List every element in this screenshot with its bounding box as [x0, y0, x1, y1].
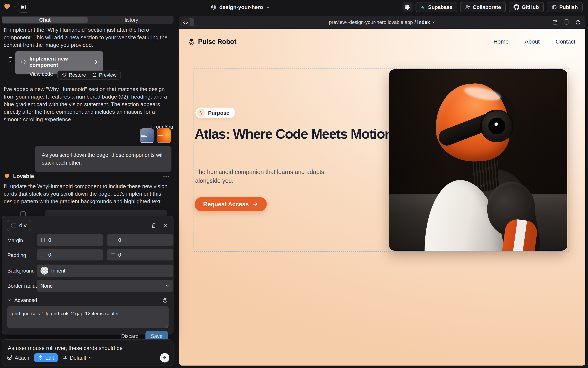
margin-label: Margin: [7, 238, 23, 243]
request-access-button[interactable]: Request Access: [195, 197, 267, 212]
attachment-thumbnail-blue[interactable]: [140, 129, 154, 143]
chevron-right-icon: [95, 60, 98, 64]
send-message-button[interactable]: [160, 353, 169, 362]
topbar-actions: Supabase Collaborate Git: [402, 2, 583, 12]
border-radius-select[interactable]: None: [37, 280, 173, 292]
code-icon: [20, 59, 26, 64]
tailwind-classes-textarea[interactable]: grid grid-cols-1 lg:grid-cols-2 gap-12 i…: [7, 306, 169, 328]
preview-topbar: preview--design-your-hero.lovable.app / …: [179, 16, 585, 29]
chevron-down-icon: [88, 356, 92, 360]
transparency-swatch-icon: [40, 267, 48, 275]
thumbnail-text-lines: [158, 135, 164, 136]
settings-button[interactable]: [402, 2, 413, 12]
publish-button[interactable]: Publish: [547, 2, 583, 12]
sidebar-toggle-button[interactable]: [18, 2, 29, 13]
github-button[interactable]: GitHub: [509, 2, 544, 12]
advanced-label: Advanced: [14, 297, 37, 303]
tab-chat[interactable]: Chat: [2, 17, 87, 23]
hero-title: Atlas: Where Code Meets Motion: [195, 125, 395, 143]
border-radius-label: Border radius: [7, 283, 38, 289]
robot-camera-eye: [482, 111, 512, 141]
margin-y-icon: [111, 238, 115, 242]
project-selector[interactable]: design-your-hero: [211, 2, 270, 12]
nav-link-home[interactable]: Home: [493, 38, 509, 45]
user-message-bubble: As you scroll down the page, these compo…: [35, 146, 171, 172]
collaborate-button[interactable]: Collaborate: [460, 2, 506, 12]
site-page: Pulse Robot Home About Contact Purpose A…: [179, 29, 585, 366]
model-mode-selector[interactable]: Default: [63, 355, 92, 361]
app-topbar: design-your-hero Supabase: [0, 0, 588, 14]
chat-panel: Chat History I'll implement the "Why Hum…: [2, 16, 173, 366]
chat-history-tabs: Chat History: [2, 16, 173, 24]
attachment-thumbnail-orange[interactable]: [157, 129, 171, 143]
layers-icon: [187, 38, 195, 46]
edit-mode-button[interactable]: Edit: [34, 353, 58, 362]
preview-url: preview--design-your-hero.lovable.app: [329, 19, 413, 25]
background-input[interactable]: Inherit: [37, 265, 173, 277]
padding-x-icon: [40, 252, 45, 257]
sliders-icon: [63, 355, 68, 360]
margin-x-icon: [40, 238, 45, 242]
padding-label: Padding: [7, 252, 26, 258]
hero-subtitle: The humanoid companion that learns and a…: [195, 168, 328, 185]
attach-button[interactable]: Attach: [7, 355, 29, 361]
project-name: design-your-hero: [219, 4, 263, 10]
assistant-message: I'll implement the "Why Humanoid" sectio…: [4, 26, 171, 49]
tab-history[interactable]: History: [87, 17, 173, 23]
close-inspector-button[interactable]: [163, 223, 168, 228]
preview-button[interactable]: Preview: [92, 72, 116, 78]
bookmark-icon[interactable]: [8, 57, 13, 63]
padding-y-input[interactable]: 0: [107, 249, 173, 260]
lovable-heart-icon: [4, 173, 10, 180]
site-brand[interactable]: Pulse Robot: [187, 38, 236, 46]
site-header: Pulse Robot Home About Contact: [187, 36, 575, 47]
arrow-right-icon: [252, 202, 258, 207]
chevron-down-icon: [13, 5, 16, 8]
restore-preview-toolbar: Restore Preview: [57, 71, 121, 80]
padding-x-input[interactable]: 0: [37, 249, 103, 260]
dashed-selection-icon: [11, 223, 16, 228]
chevron-down-icon: [266, 5, 270, 9]
chevron-down-icon: [432, 20, 435, 24]
preview-url-bar[interactable]: preview--design-your-hero.lovable.app / …: [179, 16, 585, 29]
background-label: Background: [7, 268, 35, 274]
badge-label: Purpose: [208, 110, 229, 116]
site-nav: Home About Contact: [493, 38, 575, 45]
chevron-down-icon[interactable]: [7, 298, 11, 302]
padding-y-icon: [111, 252, 115, 257]
restore-button[interactable]: Restore: [62, 72, 86, 78]
preview-panel: preview--design-your-hero.lovable.app / …: [179, 16, 585, 366]
delete-element-button[interactable]: [151, 223, 156, 228]
nav-link-contact[interactable]: Contact: [556, 38, 576, 45]
chat-composer: As user mouse roll over, these cards sho…: [2, 339, 173, 366]
github-icon: [513, 4, 519, 10]
element-inspector-panel: div Margin 0: [2, 216, 173, 334]
element-tag: div: [19, 222, 27, 229]
nav-link-about[interactable]: About: [525, 38, 540, 45]
preview-path: / index: [415, 19, 430, 25]
pulse-icon: [197, 109, 205, 117]
globe-icon: [211, 4, 217, 10]
more-options-icon[interactable]: [163, 176, 171, 177]
purpose-badge: Purpose: [195, 108, 235, 118]
target-icon: [38, 355, 43, 360]
margin-y-input[interactable]: 0: [107, 234, 173, 246]
margin-x-input[interactable]: 0: [37, 234, 103, 246]
external-link-icon: [92, 73, 97, 77]
selected-element-chip[interactable]: div: [7, 220, 31, 231]
tool-card-title: Implement new component: [29, 55, 88, 68]
resize-handle[interactable]: [165, 324, 168, 328]
help-icon[interactable]: [162, 298, 168, 303]
lovable-heart-icon: [3, 3, 11, 10]
attach-image-icon: [7, 355, 13, 361]
supabase-button[interactable]: Supabase: [416, 2, 457, 12]
refresh-button[interactable]: [575, 19, 581, 25]
mobile-view-button[interactable]: [564, 19, 569, 25]
discard-button[interactable]: Discard: [121, 333, 139, 339]
arrow-up-icon: [162, 355, 167, 360]
lovable-app: design-your-hero Supabase: [0, 0, 588, 368]
lovable-logo-menu[interactable]: [3, 3, 16, 10]
open-in-new-tab-button[interactable]: [552, 19, 558, 25]
composer-input[interactable]: As user mouse roll over, these cards sho…: [8, 345, 167, 351]
thumbnail-text-lines: [141, 135, 147, 138]
